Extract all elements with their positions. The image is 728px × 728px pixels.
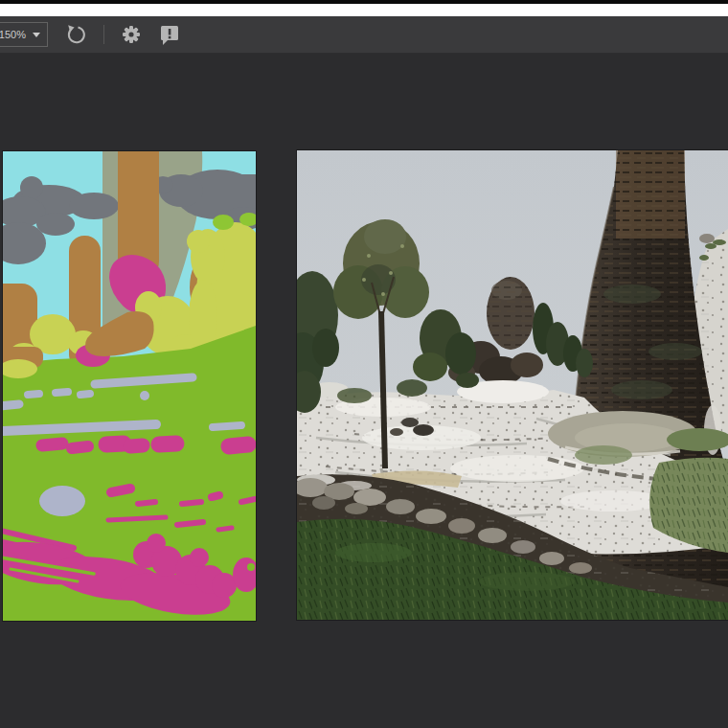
settings-gear-icon <box>121 24 142 45</box>
reset-view-button[interactable] <box>61 16 90 53</box>
render-art <box>297 150 728 620</box>
segmentation-art <box>3 151 256 621</box>
app-window: 150% <box>0 0 728 728</box>
settings-button[interactable] <box>117 16 146 53</box>
toolbar-divider <box>103 25 104 44</box>
zoom-level-dropdown[interactable]: 150% <box>0 22 48 47</box>
render-canvas <box>297 150 728 620</box>
browser-white-strip <box>0 4 728 16</box>
dropdown-caret-icon <box>33 33 40 37</box>
zoom-level-value: 150% <box>0 29 26 40</box>
reset-view-icon <box>65 24 86 45</box>
feedback-button[interactable] <box>155 16 184 53</box>
seg-lavender-blob <box>39 486 85 516</box>
feedback-bubble-icon <box>158 23 181 46</box>
segmentation-canvas[interactable] <box>3 151 256 621</box>
toolbar: 150% <box>0 16 728 54</box>
